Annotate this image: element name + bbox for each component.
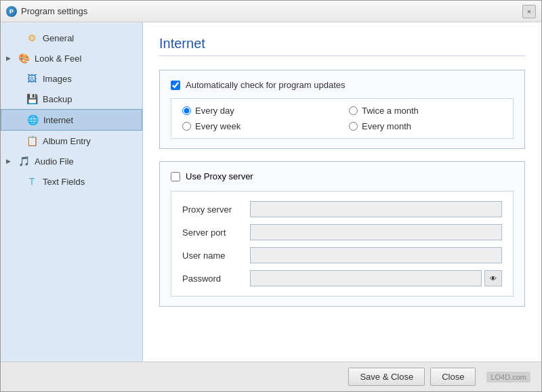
radio-every-day-row: Every day: [182, 106, 335, 116]
user-name-label: User name: [182, 251, 243, 261]
program-settings-window: P Program settings × ⚙General▶🎨Look & Fe…: [0, 0, 542, 392]
sidebar-item-text-fields[interactable]: TText Fields: [1, 171, 142, 192]
sidebar-item-images[interactable]: 🖼Images: [1, 68, 142, 89]
sidebar-item-audio-file[interactable]: ▶🎵Audio File: [1, 151, 142, 171]
footer-logo: LO4D.com: [486, 372, 530, 383]
update-frequency-grid: Every day Twice a month Every week Every…: [171, 98, 514, 139]
sidebar-item-look-feel[interactable]: ▶🎨Look & Feel: [1, 48, 142, 68]
auto-update-checkbox[interactable]: [171, 81, 180, 90]
radio-twice-month[interactable]: [349, 106, 358, 115]
proxy-checkbox-row: Use Proxy server: [171, 171, 514, 181]
audio-file-icon: 🎵: [17, 154, 30, 168]
server-port-label: Server port: [182, 227, 243, 238]
window-close-button[interactable]: ×: [522, 5, 536, 18]
images-icon: 🖼: [25, 72, 39, 85]
window-title: Program settings: [21, 6, 87, 16]
app-icon: P: [6, 6, 17, 17]
close-button[interactable]: Close: [430, 368, 476, 386]
user-name-row: User name: [182, 247, 502, 263]
footer: Save & Close Close LO4D.com: [1, 362, 541, 391]
server-port-row: Server port: [182, 224, 502, 240]
password-row: Password 👁: [182, 270, 502, 286]
sidebar-label-images: Images: [43, 74, 72, 84]
sidebar-label-general: General: [43, 33, 74, 43]
sidebar: ⚙General▶🎨Look & Feel🖼Images💾Backup🌐Inte…: [1, 22, 143, 362]
text-fields-icon: T: [25, 175, 39, 188]
sidebar-item-general[interactable]: ⚙General: [1, 28, 142, 48]
proxy-fields-box: Proxy server Server port User name Passw…: [171, 191, 514, 297]
radio-every-month[interactable]: [349, 122, 358, 131]
use-proxy-checkbox[interactable]: [171, 172, 180, 181]
sidebar-label-look-feel: Look & Feel: [35, 53, 81, 64]
radio-every-month-row: Every month: [349, 121, 502, 131]
radio-every-day[interactable]: [182, 106, 191, 115]
radio-twice-month-label: Twice a month: [362, 106, 419, 116]
user-name-input[interactable]: [250, 247, 502, 263]
sidebar-label-text-fields: Text Fields: [43, 177, 85, 187]
proxy-server-row: Proxy server: [182, 201, 502, 217]
look-feel-arrow-icon: ▶: [6, 55, 13, 62]
password-field-group: 👁: [250, 270, 502, 286]
save-close-button[interactable]: Save & Close: [348, 368, 425, 386]
sidebar-label-album-entry: Album Entry: [43, 136, 91, 146]
backup-icon: 💾: [25, 92, 39, 106]
use-proxy-label: Use Proxy server: [186, 171, 253, 181]
content-area: Internet Automatically check for program…: [143, 22, 541, 362]
sidebar-item-backup[interactable]: 💾Backup: [1, 89, 142, 109]
main-content: ⚙General▶🎨Look & Feel🖼Images💾Backup🌐Inte…: [1, 22, 541, 362]
title-bar: P Program settings ×: [1, 1, 541, 22]
proxy-server-input[interactable]: [250, 201, 502, 217]
sidebar-item-internet[interactable]: 🌐Internet: [1, 109, 142, 131]
password-toggle-button[interactable]: 👁: [484, 270, 502, 286]
sidebar-label-audio-file: Audio File: [35, 156, 74, 167]
radio-every-day-label: Every day: [195, 106, 234, 116]
server-port-input[interactable]: [250, 224, 502, 240]
page-title: Internet: [159, 36, 525, 56]
radio-every-week[interactable]: [182, 122, 191, 131]
auto-update-section: Automatically check for program updates …: [159, 70, 525, 149]
internet-icon: 🌐: [26, 113, 39, 127]
proxy-server-label: Proxy server: [182, 204, 243, 215]
sidebar-label-internet: Internet: [43, 115, 73, 125]
proxy-section: Use Proxy server Proxy server Server por…: [159, 161, 525, 307]
password-label: Password: [182, 274, 243, 284]
auto-update-label: Automatically check for program updates: [186, 80, 346, 90]
radio-every-week-label: Every week: [195, 121, 241, 131]
sidebar-item-album-entry[interactable]: 📋Album Entry: [1, 131, 142, 151]
radio-twice-month-row: Twice a month: [349, 106, 502, 116]
general-icon: ⚙: [25, 31, 39, 45]
title-bar-left: P Program settings: [6, 6, 87, 17]
radio-every-month-label: Every month: [362, 121, 411, 131]
look-feel-icon: 🎨: [17, 51, 30, 65]
audio-file-arrow-icon: ▶: [6, 158, 13, 165]
album-entry-icon: 📋: [25, 134, 39, 148]
sidebar-label-backup: Backup: [43, 94, 72, 104]
password-input[interactable]: [250, 270, 482, 286]
radio-every-week-row: Every week: [182, 121, 335, 131]
auto-update-checkbox-row: Automatically check for program updates: [171, 80, 514, 90]
